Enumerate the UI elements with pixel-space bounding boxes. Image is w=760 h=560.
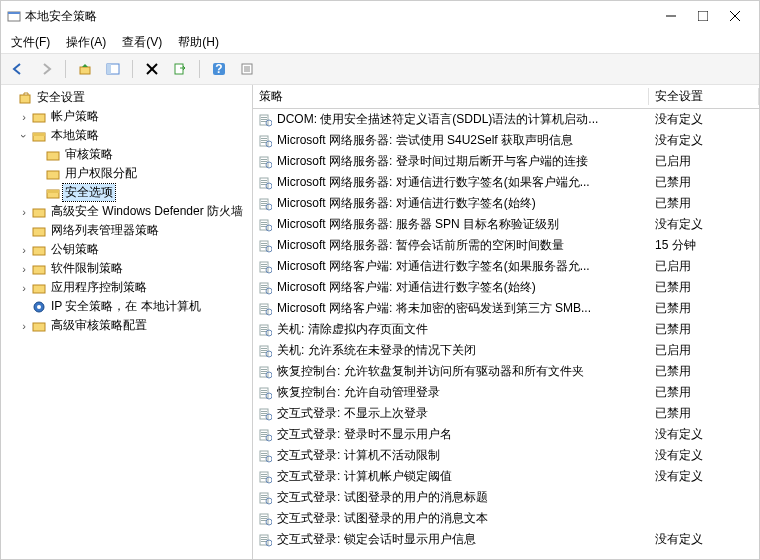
- folder-icon: [31, 109, 47, 125]
- tree-user-rights[interactable]: 用户权限分配: [1, 164, 252, 183]
- svg-rect-19: [33, 114, 45, 122]
- security-root-icon: [17, 90, 33, 106]
- policy-name: 恢复控制台: 允许自动管理登录: [277, 384, 649, 401]
- policy-row[interactable]: Microsoft 网络服务器: 登录时间过期后断开与客户端的连接已启用: [253, 151, 759, 172]
- tree-defender[interactable]: › 高级安全 Windows Defender 防火墙: [1, 202, 252, 221]
- policy-value: 没有定义: [649, 216, 759, 233]
- policy-row[interactable]: Microsoft 网络客户端: 将未加密的密码发送到第三方 SMB...已禁用: [253, 298, 759, 319]
- svg-rect-115: [261, 453, 267, 454]
- policy-row[interactable]: Microsoft 网络服务器: 对通信进行数字签名(始终)已禁用: [253, 193, 759, 214]
- collapse-icon[interactable]: ›: [18, 129, 30, 143]
- policy-row[interactable]: 交互式登录: 试图登录的用户的消息标题: [253, 487, 759, 508]
- policy-row[interactable]: Microsoft 网络服务器: 尝试使用 S4U2Self 获取声明信息没有定…: [253, 130, 759, 151]
- expand-icon[interactable]: ›: [17, 320, 31, 332]
- tree-label: 软件限制策略: [49, 260, 125, 277]
- column-policy[interactable]: 策略: [253, 88, 649, 105]
- tree-security-options[interactable]: 安全选项: [1, 183, 252, 202]
- svg-rect-90: [261, 348, 267, 349]
- policy-list[interactable]: DCOM: 使用安全描述符定义语言(SDDL)语法的计算机启动...没有定义Mi…: [253, 109, 759, 559]
- tree-audit-policy[interactable]: 审核策略: [1, 145, 252, 164]
- policy-row[interactable]: 恢复控制台: 允许软盘复制并访问所有驱动器和所有文件夹已禁用: [253, 361, 759, 382]
- expand-icon[interactable]: ›: [17, 263, 31, 275]
- tree-ipsec[interactable]: IP 安全策略，在 本地计算机: [1, 297, 252, 316]
- expand-icon[interactable]: ›: [17, 206, 31, 218]
- policy-row[interactable]: Microsoft 网络客户端: 对通信进行数字签名(如果服务器允...已启用: [253, 256, 759, 277]
- properties-button[interactable]: [236, 58, 258, 80]
- policy-row[interactable]: 交互式登录: 计算机不活动限制没有定义: [253, 445, 759, 466]
- policy-row[interactable]: 交互式登录: 计算机帐户锁定阈值没有定义: [253, 466, 759, 487]
- svg-rect-61: [261, 224, 267, 225]
- menu-view[interactable]: 查看(V): [122, 34, 162, 51]
- tree-network-list[interactable]: 网络列表管理器策略: [1, 221, 252, 240]
- policy-row[interactable]: DCOM: 使用安全描述符定义语言(SDDL)语法的计算机启动...没有定义: [253, 109, 759, 130]
- tree-pane[interactable]: 安全设置 › 帐户策略 › 本地策略 审核策略 用户权限分配 安全选项 › 高级: [1, 85, 253, 559]
- tree-label: 高级安全 Windows Defender 防火墙: [49, 203, 245, 220]
- policy-row[interactable]: 交互式登录: 锁定会话时显示用户信息没有定义: [253, 529, 759, 550]
- policy-value: 已禁用: [649, 279, 759, 296]
- tree-adv-audit[interactable]: › 高级审核策略配置: [1, 316, 252, 335]
- svg-rect-51: [261, 182, 267, 183]
- policy-row[interactable]: 交互式登录: 试图登录的用户的消息文本: [253, 508, 759, 529]
- menu-action[interactable]: 操作(A): [66, 34, 106, 51]
- policy-value: 没有定义: [649, 531, 759, 548]
- forward-button[interactable]: [35, 58, 57, 80]
- menu-file[interactable]: 文件(F): [11, 34, 50, 51]
- policy-row[interactable]: Microsoft 网络服务器: 暂停会话前所需的空闲时间数量15 分钟: [253, 235, 759, 256]
- export-button[interactable]: [169, 58, 191, 80]
- tree-software-restrict[interactable]: › 软件限制策略: [1, 259, 252, 278]
- policy-value: 已启用: [649, 153, 759, 170]
- policy-icon: [257, 301, 273, 317]
- policy-icon: [257, 112, 273, 128]
- tree-label: 应用程序控制策略: [49, 279, 149, 296]
- folder-icon: [31, 261, 47, 277]
- tree-root[interactable]: 安全设置: [1, 88, 252, 107]
- close-button[interactable]: [729, 10, 741, 22]
- policy-icon: [257, 259, 273, 275]
- policy-name: Microsoft 网络服务器: 尝试使用 S4U2Self 获取声明信息: [277, 132, 649, 149]
- maximize-button[interactable]: [697, 10, 709, 22]
- tree-label: 安全设置: [35, 89, 87, 106]
- policy-row[interactable]: 恢复控制台: 允许自动管理登录已禁用: [253, 382, 759, 403]
- up-button[interactable]: [74, 58, 96, 80]
- policy-value: 已禁用: [649, 174, 759, 191]
- delete-button[interactable]: [141, 58, 163, 80]
- tree-app-control[interactable]: › 应用程序控制策略: [1, 278, 252, 297]
- svg-rect-3: [698, 11, 708, 21]
- policy-name: Microsoft 网络客户端: 将未加密的密码发送到第三方 SMB...: [277, 300, 649, 317]
- policy-name: DCOM: 使用安全描述符定义语言(SDDL)语法的计算机启动...: [277, 111, 649, 128]
- expand-icon[interactable]: ›: [17, 244, 31, 256]
- svg-rect-41: [261, 140, 267, 141]
- policy-name: Microsoft 网络服务器: 暂停会话前所需的空闲时间数量: [277, 237, 649, 254]
- back-button[interactable]: [7, 58, 29, 80]
- policy-row[interactable]: 关机: 允许系统在未登录的情况下关闭已启用: [253, 340, 759, 361]
- policy-row[interactable]: Microsoft 网络服务器: 对通信进行数字签名(如果客户端允...已禁用: [253, 172, 759, 193]
- tree-public-key[interactable]: › 公钥策略: [1, 240, 252, 259]
- policy-icon: [257, 364, 273, 380]
- svg-rect-33: [33, 323, 45, 331]
- policy-row[interactable]: 交互式登录: 登录时不显示用户名没有定义: [253, 424, 759, 445]
- expand-icon[interactable]: ›: [17, 282, 31, 294]
- tree-label: IP 安全策略，在 本地计算机: [49, 298, 203, 315]
- show-hide-tree-button[interactable]: [102, 58, 124, 80]
- policy-icon: [257, 532, 273, 548]
- tree-local-policies[interactable]: › 本地策略: [1, 126, 252, 145]
- policy-value: 已启用: [649, 342, 759, 359]
- svg-rect-27: [33, 228, 45, 236]
- svg-rect-130: [261, 516, 267, 517]
- policy-row[interactable]: Microsoft 网络客户端: 对通信进行数字签名(始终)已禁用: [253, 277, 759, 298]
- policy-value: 没有定义: [649, 426, 759, 443]
- tree-label: 用户权限分配: [63, 165, 139, 182]
- minimize-button[interactable]: [665, 10, 677, 22]
- policy-value: 已禁用: [649, 300, 759, 317]
- svg-rect-120: [261, 474, 267, 475]
- svg-rect-131: [261, 518, 267, 519]
- policy-row[interactable]: Microsoft 网络服务器: 服务器 SPN 目标名称验证级别没有定义: [253, 214, 759, 235]
- expand-icon[interactable]: ›: [17, 111, 31, 123]
- menu-help[interactable]: 帮助(H): [178, 34, 219, 51]
- svg-rect-110: [261, 432, 267, 433]
- policy-row[interactable]: 关机: 清除虚拟内存页面文件已禁用: [253, 319, 759, 340]
- column-setting[interactable]: 安全设置: [649, 88, 759, 105]
- help-button[interactable]: ?: [208, 58, 230, 80]
- tree-account-policies[interactable]: › 帐户策略: [1, 107, 252, 126]
- policy-row[interactable]: 交互式登录: 不显示上次登录已禁用: [253, 403, 759, 424]
